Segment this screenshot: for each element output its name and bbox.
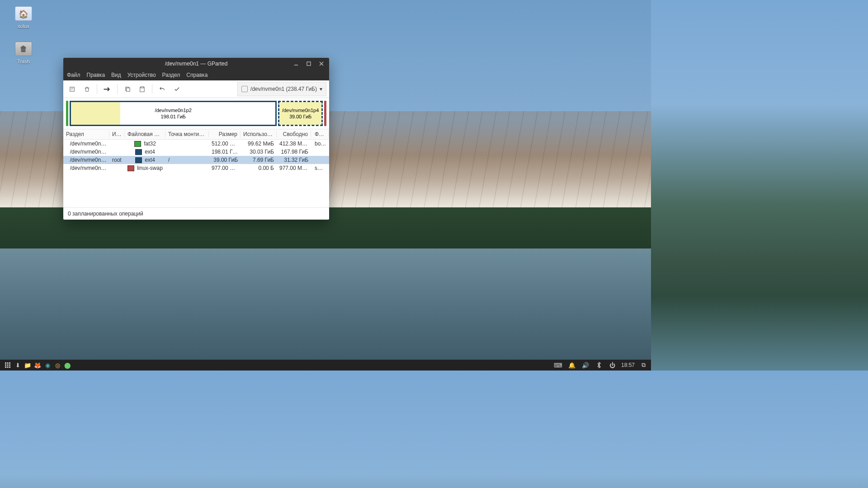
tray-desktop-icon[interactable]: ⧉ [638,360,648,370]
apps-menu-button[interactable] [3,360,13,370]
partition-block-label: /dev/nvme0n1p2 [155,107,191,113]
status-bar: 0 запланированных операций [63,207,329,220]
table-row[interactable]: /dev/nvme0n1p3 🔑linux-swap977.00 МиБ0.00… [63,164,329,172]
col-size[interactable]: Размер [209,131,241,137]
svg-rect-14 [9,366,10,368]
svg-rect-0 [307,62,311,66]
partition-block-size: 198.01 ГиБ [155,113,191,120]
menu-help[interactable]: Справка [186,72,208,78]
table-body: /dev/nvme0n1p1fat32512.00 МиБ99.62 МиБ41… [63,140,329,207]
svg-rect-9 [5,365,6,366]
svg-rect-10 [7,365,9,366]
col-flags[interactable]: Флаги [311,131,329,137]
table-header: Раздел Имя Файловая система Точка монтир… [63,129,329,140]
partition-map: /dev/nvme0n1p2 198.01 ГиБ /dev/nvme0n1p4… [66,101,326,126]
desktop-icon-trash[interactable]: 🗑 Trash [10,42,37,64]
tray-bluetooth-icon[interactable] [594,360,604,370]
taskbar-downloads-icon[interactable]: ⬇ [13,360,23,370]
svg-rect-12 [5,366,6,368]
separator [152,84,152,94]
svg-rect-8 [9,362,10,364]
titlebar[interactable]: /dev/nvme0n1 — GParted [63,58,329,70]
menubar: Файл Правка Вид Устройство Раздел Справк… [63,70,329,80]
clock[interactable]: 18:57 [621,362,635,368]
col-mountpoint[interactable]: Точка монтирования [165,131,209,137]
desktop-icon-label: Trash [10,59,37,64]
undo-button[interactable] [156,83,169,95]
window-title: /dev/nvme0n1 — GParted [165,61,228,67]
device-selector-label: /dev/nvme0n1 (238.47 ГиБ) [250,86,317,92]
minimize-button[interactable] [291,59,301,68]
disk-icon [241,86,248,92]
taskbar-app-icon[interactable]: ◎ [52,360,62,370]
col-used[interactable]: Использовано [241,131,277,137]
col-free[interactable]: Свободно [277,131,311,137]
partition-edge [66,101,68,126]
tray-power-icon[interactable]: ⏻ [608,360,618,370]
taskbar-files-icon[interactable]: 📁 [23,360,33,370]
desktop-icon-label: solus [10,23,37,29]
trash-icon: 🗑 [15,42,32,56]
new-partition-button[interactable] [66,83,79,95]
delete-partition-button[interactable] [80,83,93,95]
svg-rect-3 [126,88,130,91]
separator [97,84,97,94]
maximize-button[interactable] [304,59,314,68]
apply-button[interactable] [170,83,183,95]
table-row[interactable]: /dev/nvme0n1p4 🔑rootext4/39.00 ГиБ7.69 Г… [63,156,329,164]
menu-device[interactable]: Устройство [127,72,156,78]
tray-notification-icon[interactable]: 🔔 [567,360,577,370]
menu-partition[interactable]: Раздел [162,72,180,78]
table-row[interactable]: /dev/nvme0n1p2ext4198.01 ГиБ30.03 ГиБ167… [63,148,329,156]
menu-view[interactable]: Вид [111,72,121,78]
chevron-down-icon: ▾ [320,86,322,92]
separator [117,84,118,94]
copy-button[interactable] [121,83,134,95]
gparted-window: /dev/nvme0n1 — GParted Файл Правка Вид У… [63,58,329,220]
menu-edit[interactable]: Правка [87,72,105,78]
taskbar-app-icon[interactable]: ◉ [42,360,52,370]
desktop-icon-solus[interactable]: 🏠 solus [10,6,37,29]
svg-rect-13 [7,366,9,368]
toolbar: /dev/nvme0n1 (238.47 ГиБ) ▾ [63,80,329,98]
taskbar-firefox-icon[interactable]: 🦊 [33,360,42,370]
taskbar-app-icon[interactable]: ⬤ [62,360,72,370]
menu-file[interactable]: Файл [67,72,80,78]
col-name[interactable]: Имя [109,131,125,137]
partition-edge [324,101,326,126]
tray-keyboard-icon[interactable]: ⌨ [553,360,563,370]
tray-volume-icon[interactable]: 🔊 [580,360,590,370]
col-partition[interactable]: Раздел [63,131,109,137]
taskbar: ⬇ 📁 🦊 ◉ ◎ ⬤ ⌨ 🔔 🔊 ⏻ 18:57 ⧉ [0,360,651,371]
close-button[interactable] [316,59,326,68]
table-row[interactable]: /dev/nvme0n1p1fat32512.00 МиБ99.62 МиБ41… [63,140,329,148]
svg-rect-6 [5,362,6,364]
svg-rect-7 [7,362,9,364]
partition-block-p4[interactable]: /dev/nvme0n1p4 39.00 ГиБ [278,101,323,126]
partition-block-p2[interactable]: /dev/nvme0n1p2 198.01 ГиБ [70,101,277,126]
partition-block-size: 39.00 ГиБ [282,113,319,120]
resize-move-button[interactable] [101,83,113,95]
svg-rect-5 [141,86,143,88]
paste-button[interactable] [136,83,148,95]
svg-rect-11 [9,365,10,366]
home-folder-icon: 🏠 [15,6,32,21]
col-filesystem[interactable]: Файловая система [125,131,165,137]
partition-block-label: /dev/nvme0n1p4 [282,107,319,113]
device-selector[interactable]: /dev/nvme0n1 (238.47 ГиБ) ▾ [237,82,326,96]
